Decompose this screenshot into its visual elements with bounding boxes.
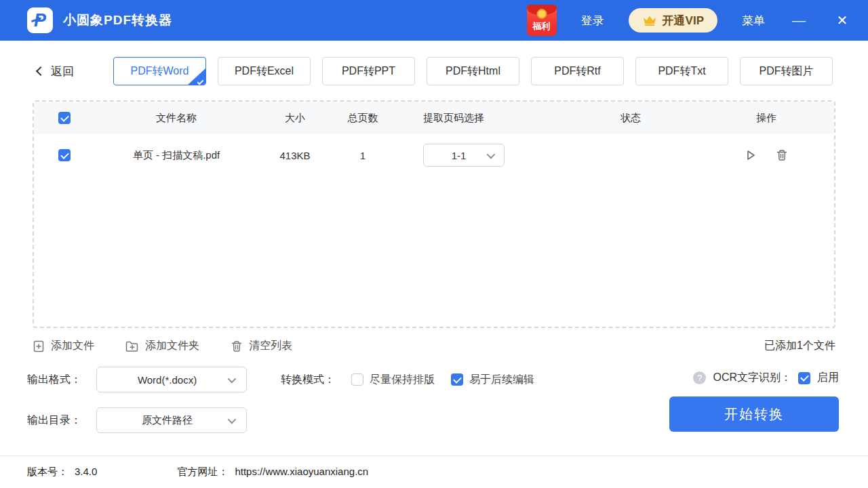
tab-label: PDF转图片 <box>760 64 814 79</box>
tab-pdf-to-txt[interactable]: PDF转Txt <box>635 57 728 85</box>
chevron-down-icon <box>228 415 237 424</box>
app-logo-icon: P <box>27 7 53 33</box>
add-file-button[interactable]: 添加文件 <box>33 339 94 353</box>
ocr-label: OCR文字识别： <box>713 371 791 385</box>
add-file-label: 添加文件 <box>51 339 94 353</box>
tab-label: PDF转PPT <box>342 64 395 79</box>
back-label: 返回 <box>51 64 74 79</box>
column-header-page-select: 提取页码选择 <box>393 112 563 125</box>
trash-icon <box>231 340 243 352</box>
list-toolbar: 添加文件 添加文件夹 清空列表 已添加1个文件 <box>33 339 835 353</box>
page-range-select[interactable]: 1-1 <box>423 144 505 167</box>
minimize-button[interactable]: — <box>789 13 808 28</box>
ocr-enable-label: 启用 <box>817 371 839 385</box>
column-header-pages: 总页数 <box>332 112 393 125</box>
status-footer: 版本号： 3.4.0 官方网址： https://www.xiaoyuanxia… <box>0 455 868 488</box>
file-plus-icon <box>33 340 45 352</box>
column-header-name: 文件名称 <box>95 112 258 125</box>
tab-label: PDF转Html <box>446 64 500 79</box>
tab-pdf-to-image[interactable]: PDF转图片 <box>740 57 833 85</box>
convert-play-button[interactable] <box>745 149 757 161</box>
open-vip-button[interactable]: 开通VIP <box>629 8 717 33</box>
benefit-red-envelope-badge[interactable]: 福利 <box>527 5 557 36</box>
output-format-label: 输出格式： <box>27 373 81 387</box>
output-format-value: Word(*.docx) <box>106 374 228 386</box>
file-list-dropzone: 文件名称 大小 总页数 提取页码选择 状态 操作 单页 - 扫描文稿.pdf 4… <box>33 100 835 328</box>
easy-edit-label: 易于后续编辑 <box>469 373 534 387</box>
close-button[interactable]: ✕ <box>833 12 852 28</box>
website-label: 官方网址： <box>177 466 228 479</box>
keep-layout-checkbox[interactable] <box>351 373 363 386</box>
tab-label: PDF转Excel <box>235 64 294 79</box>
file-size: 413KB <box>258 150 332 161</box>
tab-pdf-to-html[interactable]: PDF转Html <box>427 57 519 85</box>
row-checkbox[interactable] <box>58 149 71 161</box>
open-vip-label: 开通VIP <box>663 13 704 28</box>
crown-icon <box>642 14 657 26</box>
convert-mode-label: 转换模式： <box>281 373 335 387</box>
tab-pdf-to-ppt[interactable]: PDF转PPT <box>322 57 415 85</box>
easy-edit-checkbox[interactable] <box>451 373 463 386</box>
menu-button[interactable]: 菜单 <box>742 13 765 28</box>
folder-plus-icon <box>125 340 139 352</box>
start-convert-button[interactable]: 开始转换 <box>669 396 839 432</box>
tab-label: PDF转Txt <box>658 64 705 79</box>
play-icon <box>745 149 757 161</box>
benefit-badge-label: 福利 <box>533 20 551 33</box>
trash-icon <box>776 149 788 161</box>
table-header-row: 文件名称 大小 总页数 提取页码选择 状态 操作 <box>34 102 834 134</box>
file-name: 单页 - 扫描文稿.pdf <box>95 149 258 162</box>
version-value: 3.4.0 <box>75 466 97 479</box>
column-header-size: 大小 <box>258 112 332 125</box>
page-range-value: 1-1 <box>431 150 487 161</box>
file-pages: 1 <box>332 150 393 161</box>
tab-label: PDF转Word <box>131 64 189 79</box>
added-files-count: 已添加1个文件 <box>764 339 835 353</box>
title-bar: P 小圆象PDF转换器 福利 登录 开通VIP 菜单 — ✕ <box>0 0 868 41</box>
clear-list-button[interactable]: 清空列表 <box>231 339 292 353</box>
ocr-enable-checkbox[interactable] <box>798 372 810 384</box>
chevron-down-icon <box>228 374 237 383</box>
column-header-status: 状态 <box>563 112 698 125</box>
mode-easy-edit-option[interactable]: 易于后续编辑 <box>451 373 534 387</box>
help-icon[interactable]: ? <box>693 371 706 384</box>
tab-label: PDF转Rtf <box>554 64 600 79</box>
add-folder-label: 添加文件夹 <box>145 339 199 353</box>
output-dir-select[interactable]: 原文件路径 <box>96 407 247 433</box>
conversion-options: 输出格式： Word(*.docx) 转换模式： 尽量保持排版 易于后续编辑 ?… <box>27 367 841 433</box>
add-folder-button[interactable]: 添加文件夹 <box>125 339 199 353</box>
keep-layout-label: 尽量保持排版 <box>370 373 435 387</box>
delete-row-button[interactable] <box>776 149 788 161</box>
tab-pdf-to-excel[interactable]: PDF转Excel <box>218 57 311 85</box>
select-all-checkbox[interactable] <box>58 112 71 124</box>
column-header-operation: 操作 <box>698 112 834 125</box>
output-format-select[interactable]: Word(*.docx) <box>96 367 247 392</box>
ocr-option-group: ? OCR文字识别： 启用 <box>693 371 839 385</box>
table-row: 单页 - 扫描文稿.pdf 413KB 1 1-1 <box>34 134 834 176</box>
back-button[interactable]: 返回 <box>37 64 74 79</box>
website-url[interactable]: https://www.xiaoyuanxiang.cn <box>235 466 368 479</box>
mode-keep-layout-option[interactable]: 尽量保持排版 <box>351 373 435 387</box>
conversion-tabbar: 返回 PDF转Word PDF转Excel PDF转PPT PDF转Html P… <box>0 57 868 85</box>
version-label: 版本号： <box>27 466 68 479</box>
output-dir-value: 原文件路径 <box>106 414 228 427</box>
clear-list-label: 清空列表 <box>249 339 292 353</box>
app-title: 小圆象PDF转换器 <box>63 12 172 29</box>
tab-pdf-to-rtf[interactable]: PDF转Rtf <box>531 57 624 85</box>
chevron-left-icon <box>36 66 45 76</box>
login-button[interactable]: 登录 <box>581 13 604 28</box>
output-dir-label: 输出目录： <box>27 413 81 428</box>
tab-pdf-to-word[interactable]: PDF转Word <box>113 57 206 85</box>
chevron-down-icon <box>487 150 496 159</box>
gold-coin-icon <box>536 9 547 19</box>
